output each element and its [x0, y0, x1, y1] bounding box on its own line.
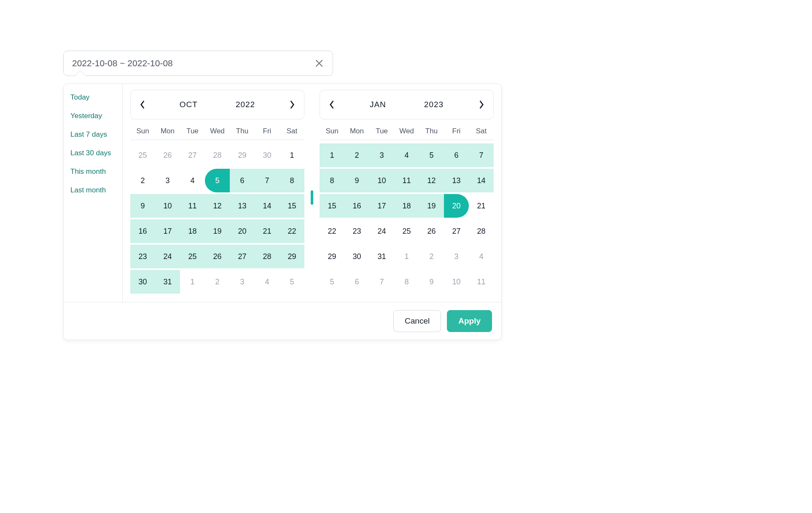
- calendar-day[interactable]: 8: [280, 169, 304, 192]
- calendar-day[interactable]: 25: [130, 143, 155, 167]
- apply-button[interactable]: Apply: [447, 310, 492, 332]
- calendar-day[interactable]: 2: [344, 143, 369, 167]
- prev-month-icon[interactable]: [326, 99, 338, 111]
- date-range-input[interactable]: 2022-10-08 ~ 2022-10-08: [63, 51, 333, 76]
- calendar-day[interactable]: 4: [394, 143, 419, 167]
- calendar-day[interactable]: 9: [344, 169, 369, 192]
- calendar-day[interactable]: 4: [180, 169, 205, 192]
- prev-month-icon[interactable]: [137, 99, 148, 111]
- calendar-day[interactable]: 29: [230, 143, 255, 167]
- calendar-day[interactable]: 22: [280, 219, 304, 243]
- calendar-day[interactable]: 10: [369, 169, 394, 192]
- calendar-day[interactable]: 21: [255, 219, 280, 243]
- calendar-day[interactable]: 28: [205, 143, 230, 167]
- calendar-day[interactable]: 10: [444, 270, 469, 294]
- calendar-day[interactable]: 14: [255, 194, 280, 218]
- calendar-day[interactable]: 17: [369, 194, 394, 218]
- preset-item[interactable]: This month: [70, 167, 116, 176]
- calendar-day[interactable]: 15: [320, 194, 344, 218]
- preset-item[interactable]: Yesterday: [70, 112, 116, 120]
- calendar-day[interactable]: 22: [320, 219, 344, 243]
- calendar-day[interactable]: 5: [280, 270, 304, 294]
- calendar-day[interactable]: 31: [155, 270, 180, 294]
- calendar-day[interactable]: 3: [155, 169, 180, 192]
- clear-icon[interactable]: [314, 58, 324, 68]
- calendar-day[interactable]: 8: [320, 169, 344, 192]
- calendar-day[interactable]: 7: [369, 270, 394, 294]
- calendar-day[interactable]: 3: [369, 143, 394, 167]
- cancel-button[interactable]: Cancel: [393, 310, 441, 332]
- next-month-icon[interactable]: [476, 99, 487, 111]
- calendar-day[interactable]: 10: [155, 194, 180, 218]
- calendar-day[interactable]: 25: [394, 219, 419, 243]
- calendar-day[interactable]: 9: [130, 194, 155, 218]
- calendar-day[interactable]: 9: [419, 270, 444, 294]
- calendar-day[interactable]: 24: [155, 245, 180, 268]
- calendar-day[interactable]: 5: [320, 270, 344, 294]
- preset-item[interactable]: Last 30 days: [70, 149, 116, 157]
- calendar-day[interactable]: 6: [444, 143, 469, 167]
- calendar-day[interactable]: 26: [155, 143, 180, 167]
- calendar-day[interactable]: 6: [344, 270, 369, 294]
- calendar-day[interactable]: 2: [130, 169, 155, 192]
- calendar-day[interactable]: 23: [344, 219, 369, 243]
- year-select[interactable]: 2022: [236, 100, 255, 109]
- calendar-day[interactable]: 7: [469, 143, 494, 167]
- calendar-day[interactable]: 20: [230, 219, 255, 243]
- calendar-day[interactable]: 1: [320, 143, 344, 167]
- calendar-day[interactable]: 27: [444, 219, 469, 243]
- calendar-day[interactable]: 2: [205, 270, 230, 294]
- preset-item[interactable]: Last 7 days: [70, 130, 116, 139]
- calendar-day[interactable]: 5: [419, 143, 444, 167]
- calendar-day[interactable]: 21: [469, 194, 494, 218]
- calendar-day[interactable]: 24: [369, 219, 394, 243]
- month-select[interactable]: JAN: [370, 100, 386, 109]
- calendar-day[interactable]: 15: [280, 194, 304, 218]
- calendar-day[interactable]: 13: [230, 194, 255, 218]
- calendar-day[interactable]: 1: [180, 270, 205, 294]
- calendar-day[interactable]: 4: [469, 245, 494, 268]
- calendar-day[interactable]: 30: [130, 270, 155, 294]
- calendar-day[interactable]: 17: [155, 219, 180, 243]
- calendar-day[interactable]: 1: [280, 143, 304, 167]
- calendar-day[interactable]: 2: [419, 245, 444, 268]
- calendar-day[interactable]: 26: [419, 219, 444, 243]
- calendar-day[interactable]: 26: [205, 245, 230, 268]
- calendar-day[interactable]: 28: [469, 219, 494, 243]
- calendar-day[interactable]: 30: [344, 245, 369, 268]
- calendar-day[interactable]: 29: [280, 245, 304, 268]
- preset-item[interactable]: Today: [70, 93, 116, 102]
- calendar-day[interactable]: 12: [205, 194, 230, 218]
- calendar-day[interactable]: 18: [394, 194, 419, 218]
- calendar-day[interactable]: 23: [130, 245, 155, 268]
- calendar-day[interactable]: 6: [230, 169, 255, 192]
- calendar-day[interactable]: 1: [394, 245, 419, 268]
- calendar-day[interactable]: 16: [130, 219, 155, 243]
- calendar-day[interactable]: 27: [230, 245, 255, 268]
- calendar-day[interactable]: 5: [205, 169, 230, 192]
- calendar-day[interactable]: 18: [180, 219, 205, 243]
- month-select[interactable]: OCT: [180, 100, 198, 109]
- calendar-day[interactable]: 31: [369, 245, 394, 268]
- calendar-day[interactable]: 25: [180, 245, 205, 268]
- calendar-day[interactable]: 11: [469, 270, 494, 294]
- calendar-day[interactable]: 4: [255, 270, 280, 294]
- calendar-day[interactable]: 20: [444, 194, 469, 218]
- preset-item[interactable]: Last month: [70, 186, 116, 194]
- calendar-day[interactable]: 14: [469, 169, 494, 192]
- calendar-day[interactable]: 28: [255, 245, 280, 268]
- calendar-day[interactable]: 11: [180, 194, 205, 218]
- calendar-day[interactable]: 7: [255, 169, 280, 192]
- calendar-day[interactable]: 27: [180, 143, 205, 167]
- calendar-day[interactable]: 3: [444, 245, 469, 268]
- calendar-day[interactable]: 16: [344, 194, 369, 218]
- next-month-icon[interactable]: [286, 99, 298, 111]
- calendar-day[interactable]: 11: [394, 169, 419, 192]
- calendar-day[interactable]: 29: [320, 245, 344, 268]
- calendar-day[interactable]: 13: [444, 169, 469, 192]
- calendar-day[interactable]: 30: [255, 143, 280, 167]
- calendar-day[interactable]: 8: [394, 270, 419, 294]
- calendar-day[interactable]: 3: [230, 270, 255, 294]
- calendar-day[interactable]: 19: [205, 219, 230, 243]
- calendar-day[interactable]: 19: [419, 194, 444, 218]
